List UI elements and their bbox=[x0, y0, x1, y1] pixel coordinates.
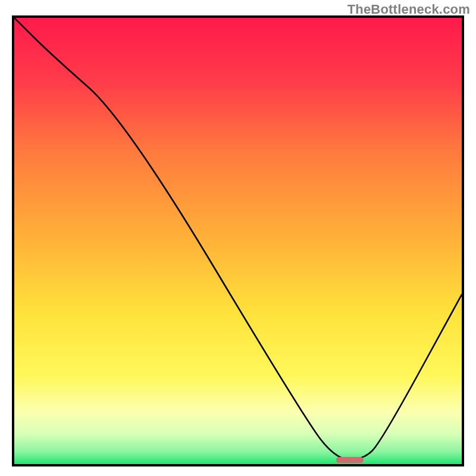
plot-area bbox=[12, 15, 464, 466]
optimal-marker bbox=[336, 457, 363, 463]
bottleneck-curve-path bbox=[14, 18, 462, 460]
curve-layer bbox=[14, 18, 462, 464]
watermark-text: TheBottleneck.com bbox=[347, 2, 470, 17]
chart-container: TheBottleneck.com bbox=[0, 0, 476, 476]
